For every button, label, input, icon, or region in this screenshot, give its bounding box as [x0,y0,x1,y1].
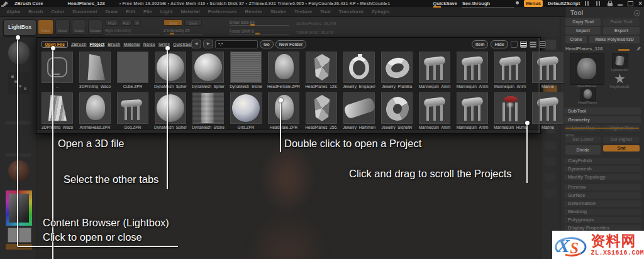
alpha-slot[interactable] [6,121,31,124]
project-thumbnail[interactable]: Mannequin_Anim [456,51,489,89]
section-claypolish[interactable]: ClayPolish [564,158,641,164]
view-size-2-icon[interactable] [520,41,527,48]
section-deformation[interactable]: Deformation [564,201,641,207]
edit-icon[interactable] [636,47,641,51]
project-thumbnail[interactable]: Mannequin_Anim [494,51,526,89]
item-button[interactable]: Item [472,40,488,48]
project-thumbnail[interactable]: Mannequin_Anim [418,51,451,89]
lightbox-tab-noise[interactable]: Noise [143,42,155,47]
project-thumbnail[interactable]: Manne [531,92,564,130]
quicksave-button[interactable]: QuickSave [433,1,457,6]
view-size-3-icon[interactable] [530,41,536,48]
gear-icon[interactable] [634,10,640,16]
sphere-preview[interactable] [192,51,225,84]
vstripe-preview[interactable] [41,92,74,124]
dog-preview[interactable] [116,92,149,124]
divide-button[interactable]: Divide [565,145,601,155]
lightbox-scrollbar[interactable] [36,130,540,133]
left-tray-icon[interactable] [585,1,591,6]
project-thumbnail[interactable]: Jewelry_Engagem [343,51,375,89]
project-thumbnail[interactable]: Grid.ZPR [230,92,262,130]
headplanes-preview[interactable] [305,51,338,84]
tool-opacity-slider[interactable] [618,49,630,51]
section-masking[interactable]: Masking [564,209,641,215]
rgb-intensity-slider[interactable]: Rgb Intensity [105,28,131,33]
vase-preview[interactable] [79,51,111,84]
project-thumbnail[interactable]: HeadFemale.ZPR [267,51,300,89]
minimize-icon[interactable] [618,4,623,6]
band-preview[interactable] [380,51,413,84]
menu-item-alpha[interactable]: Alpha [6,9,20,14]
draw-mode-button[interactable]: Draw [38,19,53,35]
hide-button[interactable]: Hide [491,40,508,48]
project-thumbnail[interactable]: DynaMesh_Spher [192,51,225,89]
mannequin-preview[interactable] [531,51,564,84]
new-folder-button[interactable]: New Folder [275,40,307,48]
right-shelf-rotate-icon[interactable] [545,189,556,197]
noise-preview[interactable] [230,51,262,84]
default-zscript-button[interactable]: DefaultZScript [548,1,580,6]
project-thumbnail[interactable]: Jewelry_PlainBa [380,51,413,89]
zadd-button[interactable]: Zadd [164,19,182,26]
right-shelf-scale-icon[interactable] [545,173,556,182]
sphere-preview[interactable] [154,51,187,84]
section-modify-topology[interactable]: Modify Topology [564,174,641,180]
sphere-preview[interactable] [154,92,187,124]
z-intensity-handle[interactable] [170,33,174,35]
texture-preview-icon[interactable] [8,160,30,182]
mannequin-preview[interactable] [456,51,489,84]
focal-shift-slider[interactable]: Focal Shift 8 [230,29,254,33]
menu-item-material[interactable]: Material [180,9,199,14]
zsub-button[interactable]: Zsub [184,19,202,26]
smt-toggle[interactable]: Smt [603,145,640,152]
export-button[interactable]: Export [603,27,640,35]
project-thumbnail[interactable]: 3DPrinting_Waco [79,51,111,89]
menu-item-file[interactable]: File [143,9,152,14]
signet-preview[interactable] [380,92,413,124]
color-swatch[interactable] [8,228,31,243]
menu-item-edit[interactable]: Edit [126,9,135,14]
menu-item-transform[interactable]: Transform [339,9,364,14]
project-thumbnail[interactable]: Manne [531,51,564,89]
menu-item-brush[interactable]: Brush [28,9,43,14]
right-shelf-scroll-icon[interactable] [545,40,556,50]
stonecol-preview[interactable] [192,92,225,124]
lightbox-toggle-button[interactable]: LightBox [3,19,36,36]
project-thumbnail[interactable]: HeadPlanes_128. [305,51,338,89]
brush-preview-icon[interactable] [8,41,30,64]
go-button[interactable]: Go [260,40,274,48]
lightbox-tab-material[interactable]: Material [123,42,140,47]
mannequin-preview[interactable] [418,92,451,124]
menu-item-light[interactable]: Light [160,9,173,14]
project-thumbnail[interactable]: Dog.ZPR [116,92,149,130]
m-button[interactable]: M [133,19,141,26]
stroke-type-icon[interactable] [8,72,30,94]
mannequin-preview[interactable] [456,92,489,124]
mannequin-preview[interactable] [494,51,526,84]
menu-item-draw[interactable]: Draw [105,9,118,14]
cylinder3d-thumbnail[interactable] [612,53,628,69]
del-higher-button[interactable]: Del Higher [603,136,640,143]
restore-icon[interactable] [628,1,633,6]
right-shelf-frame-icon[interactable] [545,141,556,150]
mannequin-preview[interactable] [531,92,564,124]
draw-size-handle[interactable] [250,24,255,26]
lightbox-tab-project[interactable]: Project [89,42,104,47]
menu-item-texture[interactable]: Texture [294,9,312,14]
nav-back-icon[interactable]: ◀ [191,40,201,48]
project-thumbnail[interactable]: AnimeHead.ZPR [79,92,111,130]
import-button[interactable]: Import [565,27,601,35]
close-icon[interactable]: × [638,1,642,7]
menu-item-render[interactable]: Render [245,9,262,14]
project-thumbnail[interactable]: DynaMesh_Stone [230,51,262,89]
head-preview[interactable] [267,51,300,84]
section-dynamesh[interactable]: Dynamesh [564,166,641,172]
rgb-button[interactable]: Rgb [121,19,131,26]
project-thumbnail[interactable]: 3DPrinting_Waco [41,92,74,130]
menu-item-tool[interactable]: Tool [320,9,330,14]
see-through-handle[interactable] [516,1,519,4]
lightbox-tab-zbrush[interactable]: ZBrush [71,42,87,47]
cylband-preview[interactable] [343,92,375,124]
sphereblue-preview[interactable] [230,92,262,124]
clone-button[interactable]: Clone [565,36,587,43]
